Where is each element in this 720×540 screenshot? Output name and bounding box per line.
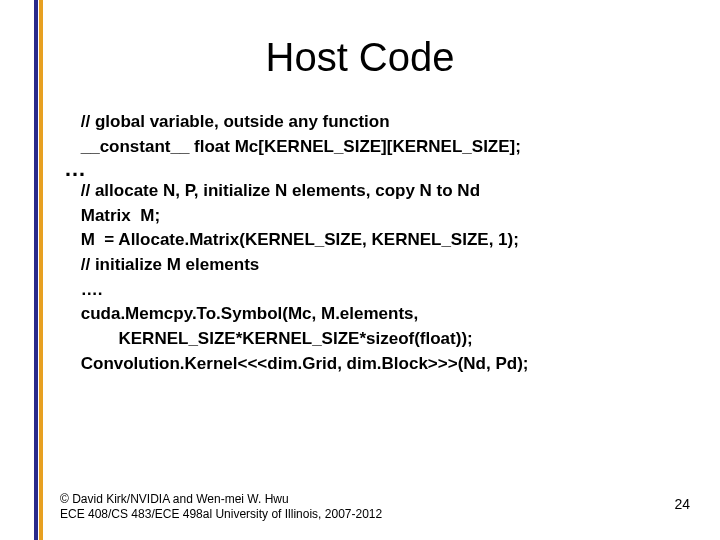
code-line: Matrix M; [76,204,676,229]
slide-title: Host Code [0,35,720,80]
code-line: M = Allocate.Matrix(KERNEL_SIZE, KERNEL_… [76,228,676,253]
code-line: __constant__ float Mc[KERNEL_SIZE][KERNE… [76,135,676,160]
footer-line: ECE 408/CS 483/ECE 498al University of I… [60,507,382,522]
accent-bar [34,0,43,540]
accent-orange-stripe [39,0,43,540]
code-line: KERNEL_SIZE*KERNEL_SIZE*sizeof(float)); [76,327,676,352]
code-line: // allocate N, P, initialize N elements,… [76,179,676,204]
code-block: // global variable, outside any function… [76,110,676,376]
code-line: … [64,159,676,179]
footer-credit: © David Kirk/NVIDIA and Wen-mei W. Hwu E… [60,492,382,522]
code-line: …. [76,278,676,303]
footer-line: © David Kirk/NVIDIA and Wen-mei W. Hwu [60,492,382,507]
code-line: cuda.Memcpy.To.Symbol(Mc, M.elements, [76,302,676,327]
code-line: // initialize M elements [76,253,676,278]
page-number: 24 [674,496,690,512]
code-line: // global variable, outside any function [76,110,676,135]
code-line: Convolution.Kernel<<<dim.Grid, dim.Block… [76,352,676,377]
